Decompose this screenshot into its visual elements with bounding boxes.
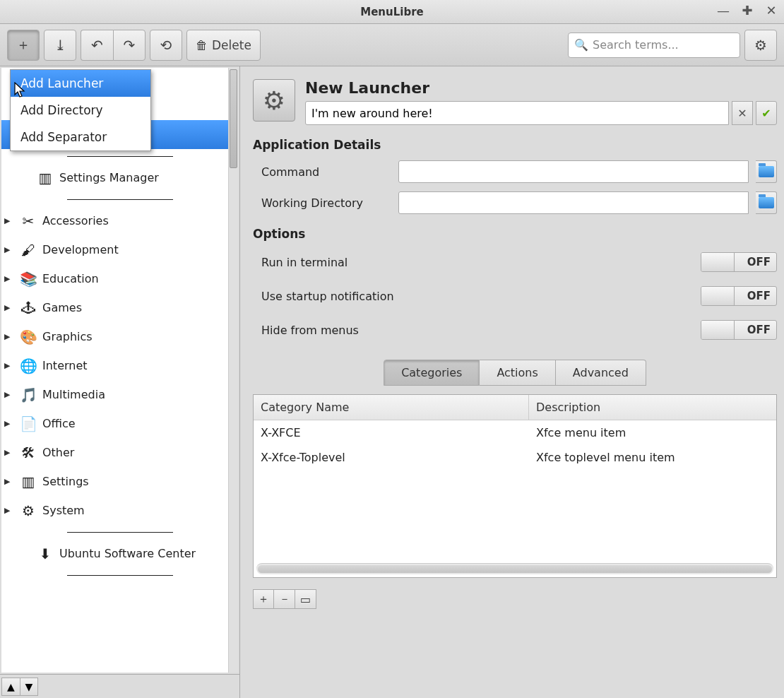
wd-label: Working Directory <box>261 196 391 210</box>
tree-item-settings-manager[interactable]: ▥Settings Manager <box>1 163 238 192</box>
opt-startup-toggle[interactable]: OFF <box>701 286 777 306</box>
search-box[interactable]: 🔍 <box>568 32 740 58</box>
command-input[interactable] <box>398 160 749 183</box>
category-remove-button[interactable]: － <box>274 589 295 609</box>
opt-terminal-toggle[interactable]: OFF <box>701 252 777 272</box>
undo-button[interactable]: ↶ <box>81 30 113 61</box>
launcher-title[interactable]: New Launcher <box>305 79 777 97</box>
table-cell: X-XFCE <box>254 426 529 439</box>
tree-view[interactable]: ⚙New Launcher▥Settings Manager▶✂Accessor… <box>1 68 238 673</box>
maximize-button[interactable]: ✚ <box>740 3 754 17</box>
tree-scrollbar[interactable] <box>228 68 238 673</box>
joystick-icon: 🕹 <box>18 298 38 318</box>
add-button[interactable]: ＋ <box>7 30 40 61</box>
settings-button[interactable]: ⚙ <box>744 30 777 61</box>
command-label: Command <box>261 165 391 179</box>
globe-icon: 🌐 <box>18 356 38 376</box>
tree-item-label: Settings <box>42 475 89 488</box>
tree-item-multimedia[interactable]: ▶🎵Multimedia <box>1 380 238 409</box>
expander-icon: ▶ <box>4 361 14 370</box>
usc-icon: ⬇ <box>35 544 55 564</box>
expander-icon: ▶ <box>4 216 14 225</box>
tree-separator <box>1 192 238 206</box>
save-icon: ⤓ <box>54 37 66 54</box>
move-down-button[interactable]: ▼ <box>20 678 38 696</box>
tree-item-settings[interactable]: ▶▥Settings <box>1 467 238 496</box>
books-icon: 📚 <box>18 269 38 289</box>
tree-item-label: Games <box>42 301 82 314</box>
opt-hide-label: Hide from menus <box>261 324 701 337</box>
tree-item-other[interactable]: ▶🛠Other <box>1 438 238 467</box>
command-browse-button[interactable] <box>756 160 777 183</box>
menu-add-launcher[interactable]: Add Launcher <box>11 70 150 97</box>
table-cell: Xfce menu item <box>529 426 776 439</box>
comment-input[interactable] <box>305 101 729 125</box>
tree-item-games[interactable]: ▶🕹Games <box>1 293 238 322</box>
tree-item-ubuntu-software-center[interactable]: ⬇Ubuntu Software Center <box>1 539 238 568</box>
tree-item-system[interactable]: ▶⚙System <box>1 496 238 525</box>
gear-icon: ⚙ <box>754 37 767 54</box>
tree-item-label: Multimedia <box>42 388 105 401</box>
expander-icon: ▶ <box>4 448 14 457</box>
table-h-scrollbar[interactable] <box>256 563 773 574</box>
tree-item-education[interactable]: ▶📚Education <box>1 264 238 293</box>
app-icon-button[interactable]: ⚙ <box>253 79 295 122</box>
toolbar: ＋ ⤓ ↶ ↷ ⟲ 🗑 Delete 🔍 ⚙ <box>0 24 784 66</box>
move-up-button[interactable]: ▲ <box>1 678 20 696</box>
tab-advanced[interactable]: Advanced <box>556 360 646 386</box>
table-row[interactable]: X-XFCEXfce menu item <box>254 420 776 445</box>
media-icon: 🎵 <box>18 385 38 405</box>
tree-item-label: System <box>42 504 85 517</box>
tree-separator <box>1 525 238 539</box>
th-description[interactable]: Description <box>529 395 776 420</box>
tree-item-label: Internet <box>42 359 88 372</box>
tree-item-label: Accessories <box>42 214 109 227</box>
undo-icon: ↶ <box>91 37 103 54</box>
sidebar-footer: ▲ ▼ <box>0 674 239 698</box>
system-icon: ⚙ <box>18 501 38 521</box>
wd-input[interactable] <box>398 191 749 214</box>
tree-item-graphics[interactable]: ▶🎨Graphics <box>1 322 238 351</box>
editor-pane: ⚙ New Launcher ✕ ✔ Application Details C… <box>240 66 784 698</box>
search-icon: 🔍 <box>574 38 588 52</box>
minimize-button[interactable]: — <box>716 3 730 17</box>
apply-comment-button[interactable]: ✔ <box>756 101 777 125</box>
category-clear-button[interactable]: ▭ <box>295 589 316 609</box>
palette-icon: 🎨 <box>18 327 38 347</box>
add-menu-popup: Add Launcher Add Directory Add Separator <box>10 69 151 151</box>
section-app-details: Application Details <box>253 138 777 152</box>
tree-item-office[interactable]: ▶📄Office <box>1 409 238 438</box>
save-button[interactable]: ⤓ <box>44 30 76 61</box>
revert-button[interactable]: ⟲ <box>150 30 182 61</box>
opt-hide-toggle[interactable]: OFF <box>701 320 777 340</box>
clear-comment-button[interactable]: ✕ <box>732 101 753 125</box>
tree-item-internet[interactable]: ▶🌐Internet <box>1 351 238 380</box>
expander-icon: ▶ <box>4 419 14 428</box>
search-input[interactable] <box>593 38 734 52</box>
tab-categories[interactable]: Categories <box>384 360 480 386</box>
tree-item-label: Graphics <box>42 330 93 343</box>
tree-item-label: Education <box>42 272 99 285</box>
close-button[interactable]: ✕ <box>764 3 778 17</box>
delete-button[interactable]: 🗑 Delete <box>186 30 261 61</box>
wd-browse-button[interactable] <box>756 191 777 214</box>
table-cell: Xfce toplevel menu item <box>529 451 776 464</box>
th-category-name[interactable]: Category Name <box>254 395 529 420</box>
tree-item-label: Other <box>42 446 74 459</box>
tree-separator <box>1 149 238 163</box>
delete-label: Delete <box>212 38 251 52</box>
redo-button[interactable]: ↷ <box>113 30 145 61</box>
tab-actions[interactable]: Actions <box>480 360 555 386</box>
category-add-button[interactable]: ＋ <box>253 589 274 609</box>
sidebar: ⚙New Launcher▥Settings Manager▶✂Accessor… <box>0 66 240 698</box>
table-cell: X-Xfce-Toplevel <box>254 451 529 464</box>
tree-item-accessories[interactable]: ▶✂Accessories <box>1 206 238 235</box>
menu-add-directory[interactable]: Add Directory <box>11 97 150 124</box>
menu-add-separator[interactable]: Add Separator <box>11 124 150 150</box>
tree-item-development[interactable]: ▶🖌Development <box>1 235 238 264</box>
knife-icon: ✂ <box>18 211 38 231</box>
tree-item-label: Settings Manager <box>59 171 159 184</box>
expander-icon: ▶ <box>4 274 14 283</box>
opt-startup-label: Use startup notification <box>261 290 701 303</box>
table-row[interactable]: X-Xfce-ToplevelXfce toplevel menu item <box>254 445 776 470</box>
